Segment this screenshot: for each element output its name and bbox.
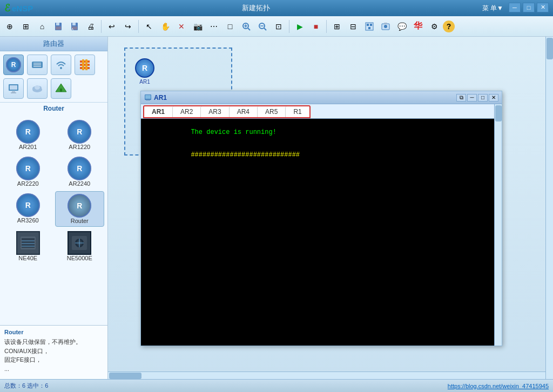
svg-rect-28: [80, 67, 90, 69]
open-button[interactable]: ⊞: [18, 19, 33, 34]
terminal-minimize-button[interactable]: ─: [467, 94, 477, 102]
new-topology-button[interactable]: ⊕: [2, 19, 17, 34]
terminal-scrollbar-thumb[interactable]: [495, 105, 502, 121]
sidebar-desc-title: Router: [4, 329, 103, 335]
settings-button[interactable]: ⚙: [427, 19, 442, 34]
zoom-out-button[interactable]: [255, 19, 270, 34]
rectangle-button[interactable]: □: [222, 19, 238, 34]
title-bar: ℰ eNSP 新建拓扑 菜 单▼ ─ □ ✕: [0, 0, 553, 16]
svg-point-38: [35, 85, 40, 90]
terminal-tab-AR3[interactable]: AR3: [200, 106, 228, 117]
close-button[interactable]: ✕: [537, 3, 549, 12]
sidebar-cloud-icon[interactable]: [27, 78, 48, 99]
topo-view-button[interactable]: [362, 19, 377, 34]
sidebar-category-label: Router: [0, 103, 107, 114]
topology-canvas[interactable]: R AR1 AR1 ⧉ ─: [108, 37, 553, 379]
canvas-scrollbar-h-thumb[interactable]: [109, 373, 141, 379]
device-mgr-button[interactable]: ⊞: [329, 19, 345, 34]
device-Router[interactable]: R Router: [55, 191, 105, 227]
terminal-tab-AR4[interactable]: AR4: [229, 106, 257, 117]
svg-point-19: [384, 25, 387, 28]
terminal-tab-group: AR1 AR2 AR3 AR4 AR5 R1: [143, 105, 311, 118]
canvas-scrollbar-h[interactable]: [108, 371, 545, 379]
terminal-title-bar: AR1 ⧉ ─ □ ✕: [141, 91, 502, 104]
device-AR2220[interactable]: R AR2220: [3, 154, 53, 189]
window-title: 新建拓扑: [242, 3, 270, 13]
terminal-window-AR1[interactable]: AR1 ⧉ ─ □ ✕ AR1 AR2 AR3 AR4: [140, 91, 502, 346]
snapshot-button[interactable]: 📷: [190, 19, 205, 34]
hw-button[interactable]: 华: [410, 19, 426, 34]
svg-rect-40: [60, 89, 62, 92]
sidebar-other-icon[interactable]: [51, 78, 71, 99]
canvas-scrollbar-thumb[interactable]: [547, 38, 553, 59]
pan-button[interactable]: ✋: [158, 19, 173, 34]
main-area: 路由器 R Router: [0, 37, 553, 379]
chat-button[interactable]: 💬: [394, 19, 409, 34]
undo-button[interactable]: ↩: [104, 19, 119, 34]
svg-rect-15: [367, 24, 369, 26]
device-AR1220[interactable]: R AR1220: [55, 118, 105, 152]
terminal-close-button[interactable]: ✕: [489, 94, 498, 102]
minimize-button[interactable]: ─: [509, 3, 521, 12]
svg-text:A: A: [71, 28, 73, 31]
home-button[interactable]: ⌂: [35, 19, 50, 34]
connect-button[interactable]: ⋯: [206, 19, 221, 34]
svg-rect-29: [82, 59, 84, 70]
svg-rect-2: [56, 26, 61, 30]
svg-line-12: [264, 28, 266, 30]
run-button[interactable]: ▶: [292, 19, 307, 34]
terminal-tabs: AR1 AR2 AR3 AR4 AR5 R1: [141, 104, 502, 119]
app-logo: ℰ eNSP: [4, 2, 33, 14]
maximize-button[interactable]: □: [523, 3, 535, 12]
canvas-scrollbar[interactable]: [545, 37, 553, 379]
stop-button[interactable]: ■: [308, 19, 323, 34]
menu-bar: 菜 单▼: [479, 3, 507, 14]
sidebar: 路由器 R Router: [0, 37, 108, 379]
svg-rect-53: [146, 99, 150, 100]
terminal-maximize-button[interactable]: □: [478, 94, 488, 102]
redo-button[interactable]: ↪: [120, 19, 136, 34]
sidebar-pc-icon[interactable]: [3, 78, 24, 99]
canvas-area[interactable]: R AR1 AR1 ⧉ ─: [108, 37, 553, 379]
terminal-tab-AR5[interactable]: AR5: [257, 106, 285, 117]
delete-button[interactable]: ✕: [174, 19, 189, 34]
terminal-tab-AR1[interactable]: AR1: [144, 106, 172, 117]
separator-3: [289, 20, 289, 33]
device-NE40E[interactable]: NE40E: [3, 229, 53, 263]
sidebar-router-icon[interactable]: R: [3, 55, 24, 75]
fit-button[interactable]: ⊡: [271, 19, 286, 34]
terminal-icon: [144, 94, 152, 102]
menu-button[interactable]: 菜 单▼: [479, 3, 507, 14]
save-button[interactable]: [51, 19, 66, 34]
select-button[interactable]: ↖: [141, 19, 157, 34]
device-AR3260[interactable]: R AR3260: [3, 191, 53, 227]
sidebar-header: 路由器: [0, 37, 107, 51]
topo-device-1[interactable]: R AR1: [135, 58, 154, 85]
device-AR201[interactable]: R AR201: [3, 118, 53, 152]
terminal-output-line2: ############################: [144, 144, 498, 166]
sidebar-firewall-icon[interactable]: [75, 55, 95, 75]
terminal-tab-R1[interactable]: R1: [285, 106, 309, 117]
svg-rect-26: [80, 60, 90, 63]
zoom-in-button[interactable]: [239, 19, 254, 34]
save-as-button[interactable]: A: [67, 19, 82, 34]
device-grid: R AR201 R AR1220 R AR2220 R AR2240: [0, 114, 107, 267]
terminal-tab-AR2[interactable]: AR2: [172, 106, 200, 117]
sidebar-wireless-icon[interactable]: [51, 55, 71, 75]
sidebar-description: Router 该设备只做保留，不再维护。 CON/AUX接口， 固定FE接口， …: [0, 325, 107, 379]
terminal-body[interactable]: The device is running! #################…: [141, 119, 502, 346]
svg-rect-32: [10, 85, 17, 90]
image-button[interactable]: [378, 19, 393, 34]
device-NE5000E[interactable]: NE5000E: [55, 229, 105, 263]
device-AR2240[interactable]: R AR2240: [55, 154, 105, 189]
terminal-restore-button[interactable]: ⧉: [456, 94, 466, 102]
separator-1: [101, 20, 102, 33]
grid-button[interactable]: ⊟: [346, 19, 361, 34]
sidebar-switch-icon[interactable]: [27, 55, 48, 75]
terminal-output-line1: The device is running!: [144, 121, 498, 144]
status-right: https://blog.csdn.net/weixin_47415945: [448, 383, 549, 389]
svg-rect-16: [370, 24, 372, 26]
print-button[interactable]: 🖨: [83, 19, 98, 34]
help-button[interactable]: ?: [443, 21, 455, 32]
terminal-scrollbar[interactable]: [494, 104, 502, 346]
